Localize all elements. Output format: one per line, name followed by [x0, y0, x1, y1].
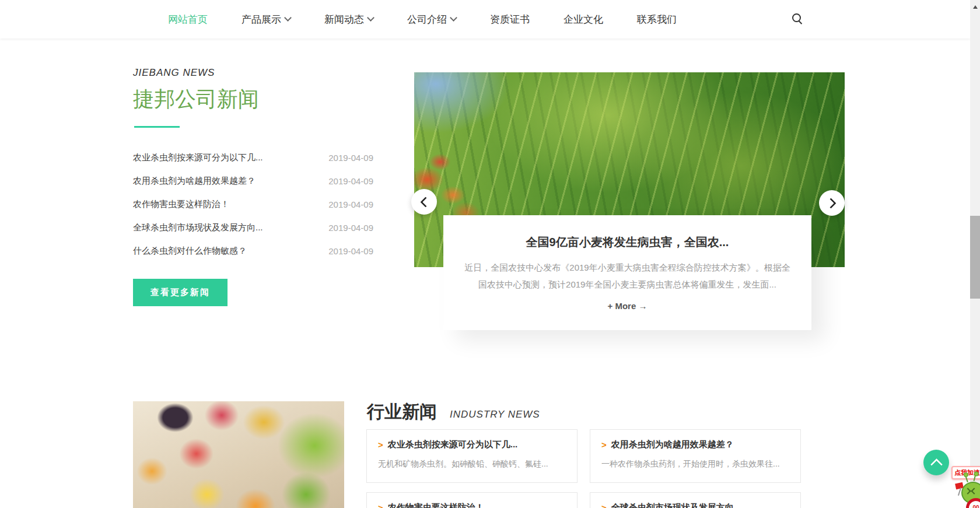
- industry-news-title: 行业新闻: [367, 400, 437, 424]
- back-to-top-button[interactable]: [923, 450, 949, 475]
- chevron-down-icon: [450, 14, 457, 22]
- nav-item-label: 公司介绍: [407, 13, 447, 26]
- nav-item-about[interactable]: 公司介绍: [407, 13, 456, 26]
- arrow-marker-icon: >: [378, 440, 383, 450]
- nav-item-culture[interactable]: 企业文化: [564, 13, 603, 26]
- news-date: 2019-04-09: [328, 199, 373, 209]
- carousel-next-button[interactable]: [819, 190, 845, 216]
- nav-item-label: 资质证书: [490, 13, 530, 26]
- search-button[interactable]: [791, 12, 805, 26]
- news-title: 农作物害虫要这样防治！: [133, 199, 229, 210]
- carousel-prev-button[interactable]: [411, 189, 437, 215]
- card-title: 农业杀虫剂按来源可分为以下几...: [388, 439, 518, 450]
- mascot-widget[interactable]: 00: [956, 474, 980, 508]
- fruits-vegetables-image: [133, 401, 344, 508]
- nav-item-label: 联系我们: [637, 13, 677, 26]
- chevron-down-icon: [284, 14, 292, 22]
- card-title: 农用杀虫剂为啥越用效果越差？: [611, 439, 734, 450]
- company-news-eyebrow: JIEBANG NEWS: [133, 67, 215, 79]
- browser-scrollbar[interactable]: [970, 0, 980, 508]
- chevron-right-icon: [825, 198, 836, 208]
- industry-news-cards: > 农业杀虫剂按来源可分为以下几... 无机和矿物杀虫剂。如砷酸铅、砷酸钙、氟硅…: [366, 429, 802, 508]
- card-excerpt: 无机和矿物杀虫剂。如砷酸铅、砷酸钙、氟硅...: [378, 459, 566, 470]
- news-date: 2019-04-09: [328, 176, 373, 186]
- card-title: 全球杀虫剂市场现状及发展方向...: [611, 502, 741, 508]
- arrow-marker-icon: >: [601, 440, 607, 450]
- news-title: 农用杀虫剂为啥越用效果越差？: [133, 176, 256, 187]
- search-icon: [792, 13, 801, 22]
- news-list-item[interactable]: 什么杀虫剂对什么作物敏感？ 2019-04-09: [133, 239, 373, 262]
- view-more-news-button[interactable]: 查看更多新闻: [133, 279, 228, 306]
- top-navigation-bar: 网站首页 产品展示 新闻动态 公司介绍 资质证书 企业文化 联系我们: [0, 0, 970, 38]
- news-date: 2019-04-09: [328, 246, 373, 256]
- card-title: 农作物害虫要这样防治！: [388, 502, 484, 508]
- nav-item-contact[interactable]: 联系我们: [637, 13, 677, 26]
- nav-item-label: 企业文化: [564, 13, 603, 26]
- nav-item-news[interactable]: 新闻动态: [324, 13, 373, 26]
- carousel-news-excerpt: 近日，全国农技中心发布《2019年小麦重大病虫害全程综合防控技术方案》。根据全国…: [464, 259, 792, 293]
- industry-news-card[interactable]: > 农业杀虫剂按来源可分为以下几... 无机和矿物杀虫剂。如砷酸铅、砷酸钙、氟硅…: [366, 429, 578, 483]
- news-title: 什么杀虫剂对什么作物敏感？: [133, 246, 247, 257]
- nav-item-certificates[interactable]: 资质证书: [490, 13, 530, 26]
- nav-item-label: 网站首页: [168, 13, 208, 26]
- industry-news-subtitle: INDUSTRY NEWS: [450, 409, 540, 421]
- industry-news-card[interactable]: > 农用杀虫剂为啥越用效果越差？ 一种农作物杀虫药剂，开始使用时，杀虫效果往..…: [590, 429, 801, 483]
- mascot-antenna: [965, 475, 968, 482]
- news-list-item[interactable]: 农业杀虫剂按来源可分为以下几... 2019-04-09: [133, 146, 373, 169]
- main-nav: 网站首页 产品展示 新闻动态 公司介绍 资质证书 企业文化 联系我们: [168, 0, 677, 38]
- news-title: 全球杀虫剂市场现状及发展方向...: [133, 222, 263, 233]
- news-title: 农业杀虫剂按来源可分为以下几...: [133, 152, 263, 163]
- news-list-item[interactable]: 全球杀虫剂市场现状及发展方向... 2019-04-09: [133, 216, 373, 239]
- news-list-item[interactable]: 农用杀虫剂为啥越用效果越差？ 2019-04-09: [133, 169, 373, 192]
- nav-item-label: 产品展示: [242, 13, 281, 26]
- chevron-up-icon: [930, 458, 942, 471]
- scrollbar-up-arrow-icon[interactable]: [973, 3, 978, 9]
- industry-news-card[interactable]: > 全球杀虫剂市场现状及发展方向...: [590, 492, 801, 508]
- chevron-left-icon: [420, 197, 430, 207]
- carousel-news-card: 全国9亿亩小麦将发生病虫害，全国农... 近日，全国农技中心发布《2019年小麦…: [443, 215, 811, 330]
- mascot-antenna: [974, 474, 977, 481]
- card-excerpt: 一种农作物杀虫药剂，开始使用时，杀虫效果往...: [601, 459, 789, 470]
- industry-news-heading: 行业新闻 INDUSTRY NEWS: [367, 400, 540, 424]
- chevron-down-icon: [367, 14, 374, 22]
- arrow-marker-icon: >: [601, 503, 607, 508]
- news-list-item[interactable]: 农作物害虫要这样防治！ 2019-04-09: [133, 192, 373, 216]
- industry-news-card[interactable]: > 农作物害虫要这样防治！: [366, 492, 578, 508]
- news-date: 2019-04-09: [328, 223, 373, 233]
- news-date: 2019-04-09: [328, 153, 373, 163]
- carousel-news-title[interactable]: 全国9亿亩小麦将发生病虫害，全国农...: [443, 234, 811, 250]
- nav-item-products[interactable]: 产品展示: [242, 13, 290, 26]
- nav-item-home[interactable]: 网站首页: [168, 13, 208, 26]
- scrollbar-thumb[interactable]: [970, 216, 980, 299]
- nav-item-label: 新闻动态: [324, 13, 364, 26]
- arrow-marker-icon: >: [378, 503, 383, 508]
- title-underline: [134, 126, 180, 128]
- company-news-title: 捷邦公司新闻: [133, 85, 259, 114]
- carousel-more-link[interactable]: + More →: [443, 301, 811, 311]
- company-news-list: 农业杀虫剂按来源可分为以下几... 2019-04-09 农用杀虫剂为啥越用效果…: [133, 146, 373, 262]
